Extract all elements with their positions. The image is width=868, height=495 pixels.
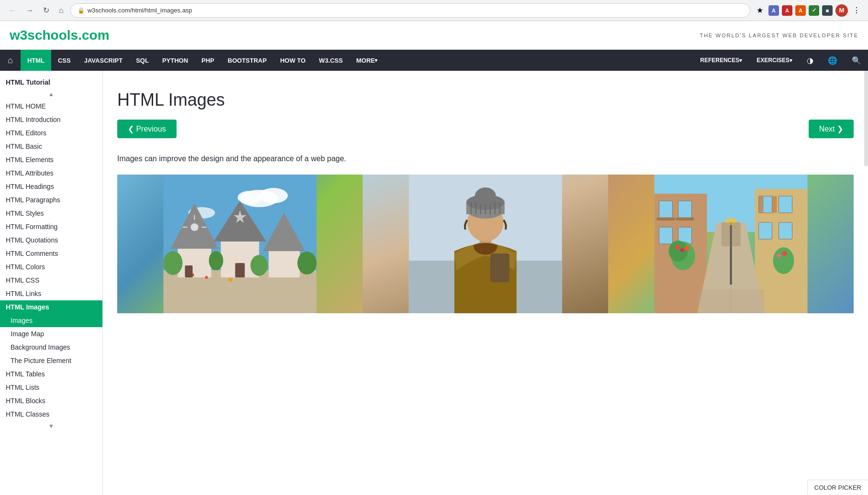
sidebar-item-html-lists[interactable]: HTML Lists [0, 381, 102, 394]
gallery-image-2 [363, 175, 608, 313]
sidebar-item-html-styles[interactable]: HTML Styles [0, 207, 102, 220]
home-nav-button[interactable]: ⌂ [0, 50, 21, 71]
nav-item-css[interactable]: CSS [51, 50, 78, 71]
color-picker-label[interactable]: COLOR PICKER [807, 480, 868, 495]
ext-3-icon[interactable]: A [795, 5, 806, 16]
ext-2-icon[interactable]: A [782, 5, 792, 16]
svg-point-62 [680, 248, 684, 252]
url-text: w3schools.com/html/html_images.asp [88, 7, 192, 14]
svg-rect-46 [659, 227, 673, 244]
svg-rect-53 [759, 222, 772, 239]
sidebar-item-html-basic[interactable]: HTML Basic [0, 140, 102, 153]
svg-point-66 [782, 251, 787, 256]
page-title: HTML Images [117, 90, 854, 110]
nav-item-sql[interactable]: SQL [129, 50, 156, 71]
sidebar-item-html-tables[interactable]: HTML Tables [0, 367, 102, 381]
sidebar-item-html-home[interactable]: HTML HOME [0, 99, 102, 113]
sidebar-item-background-images[interactable]: Background Images [0, 341, 102, 354]
sidebar-item-html-formatting[interactable]: HTML Formatting [0, 220, 102, 233]
sidebar-title: HTML Tutorial [0, 75, 102, 89]
svg-rect-69 [698, 289, 765, 313]
svg-rect-44 [659, 201, 673, 218]
svg-point-18 [209, 251, 223, 270]
svg-point-63 [685, 246, 690, 251]
svg-rect-45 [679, 201, 692, 218]
user-avatar[interactable]: M [835, 4, 848, 17]
sidebar-item-html-editors[interactable]: HTML Editors [0, 126, 102, 140]
sidebar-item-html-colors[interactable]: HTML Colors [0, 260, 102, 274]
bookmark-icon[interactable]: ★ [754, 5, 766, 16]
svg-point-19 [251, 255, 268, 276]
sidebar-item-picture-element[interactable]: The Picture Element [0, 354, 102, 367]
sidebar-item-images[interactable]: Images [0, 314, 102, 327]
browser-actions: ★ A A A ✓ ■ M ⋮ [754, 4, 862, 17]
language-icon[interactable]: 🌐 [821, 50, 844, 71]
ext-5-icon[interactable]: ■ [822, 5, 833, 16]
sidebar-item-html-elements[interactable]: HTML Elements [0, 153, 102, 166]
ext-1-icon[interactable]: A [768, 5, 779, 16]
sidebar-item-image-map[interactable]: Image Map [0, 327, 102, 341]
home-button[interactable]: ⌂ [56, 4, 67, 17]
address-bar[interactable]: 🔒 w3schools.com/html/html_images.asp [70, 3, 750, 18]
site-tagline: THE WORLD'S LARGEST WEB DEVELOPER SITE [700, 33, 858, 38]
lock-icon: 🔒 [78, 7, 85, 14]
search-icon[interactable]: 🔍 [845, 50, 868, 71]
sidebar: HTML Tutorial ▲ HTML HOME HTML Introduct… [0, 71, 103, 495]
nav-item-html[interactable]: HTML [21, 50, 51, 71]
forward-button[interactable]: → [23, 4, 36, 17]
nav-item-more[interactable]: MORE [349, 50, 384, 71]
sidebar-item-html-intro[interactable]: HTML Introduction [0, 113, 102, 126]
intro-text: Images can improve the design and the ap… [117, 153, 854, 165]
sidebar-item-html-classes[interactable]: HTML Classes [0, 407, 102, 421]
scroll-up-arrow[interactable]: ▲ [48, 91, 54, 98]
nav-item-exercises[interactable]: EXERCISES [750, 50, 799, 71]
site-logo[interactable]: w3schools.com [10, 28, 110, 43]
svg-rect-56 [772, 196, 777, 213]
refresh-button[interactable]: ↻ [40, 4, 52, 17]
more-icon[interactable]: ⋮ [851, 5, 862, 16]
gallery-image-1 [117, 175, 363, 313]
svg-point-8 [191, 223, 199, 231]
sidebar-item-html-attributes[interactable]: HTML Attributes [0, 166, 102, 180]
sidebar-item-html-blocks[interactable]: HTML Blocks [0, 394, 102, 407]
svg-point-64 [773, 247, 794, 274]
scroll-down-arrow[interactable]: ▼ [48, 423, 54, 429]
svg-rect-70 [722, 222, 741, 246]
svg-rect-49 [676, 218, 694, 220]
sidebar-item-html-paragraphs[interactable]: HTML Paragraphs [0, 193, 102, 207]
sidebar-item-html-quotations[interactable]: HTML Quotations [0, 233, 102, 247]
sidebar-item-html-headings[interactable]: HTML Headings [0, 180, 102, 193]
ext-4-icon[interactable]: ✓ [809, 5, 819, 16]
sidebar-item-html-links[interactable]: HTML Links [0, 287, 102, 300]
sidebar-item-html-comments[interactable]: HTML Comments [0, 247, 102, 260]
sidebar-item-html-css[interactable]: HTML CSS [0, 274, 102, 287]
svg-point-22 [205, 276, 208, 279]
nav-item-php[interactable]: PHP [195, 50, 221, 71]
logo-text: w3schools [10, 28, 78, 43]
nav-right: REFERENCES EXERCISES ◑ 🌐 🔍 [693, 50, 868, 71]
svg-rect-41 [490, 253, 510, 282]
scroll-indicator-top: ▲ [0, 89, 102, 99]
next-button[interactable]: Next ❯ [809, 120, 854, 138]
nav-buttons: ❮ Previous Next ❯ [117, 120, 854, 138]
nav-item-references[interactable]: REFERENCES [693, 50, 749, 71]
svg-rect-25 [185, 265, 193, 277]
svg-point-23 [229, 278, 233, 282]
logo-suffix: .com [78, 28, 109, 43]
nav-item-bootstrap[interactable]: BOOTSTRAP [221, 50, 274, 71]
main-content: HTML Images ❮ Previous Next ❯ Images can… [103, 71, 868, 495]
previous-button[interactable]: ❮ Previous [117, 120, 177, 138]
svg-point-17 [164, 251, 183, 275]
svg-point-60 [669, 241, 688, 262]
nav-item-python[interactable]: PYTHON [156, 50, 195, 71]
browser-chrome: ← → ↻ ⌂ 🔒 w3schools.com/html/html_images… [0, 0, 868, 21]
nav-item-howto[interactable]: HOW TO [273, 50, 312, 71]
sidebar-item-html-images[interactable]: HTML Images [0, 300, 102, 314]
main-nav: ⌂ HTML CSS JAVASCRIPT SQL PYTHON PHP BOO… [0, 50, 868, 71]
back-button[interactable]: ← [6, 4, 19, 17]
theme-toggle-icon[interactable]: ◑ [800, 50, 820, 71]
nav-item-javascript[interactable]: JAVASCRIPT [78, 50, 129, 71]
svg-rect-55 [759, 196, 764, 213]
nav-item-w3css[interactable]: W3.CSS [312, 50, 350, 71]
svg-rect-54 [779, 222, 792, 239]
